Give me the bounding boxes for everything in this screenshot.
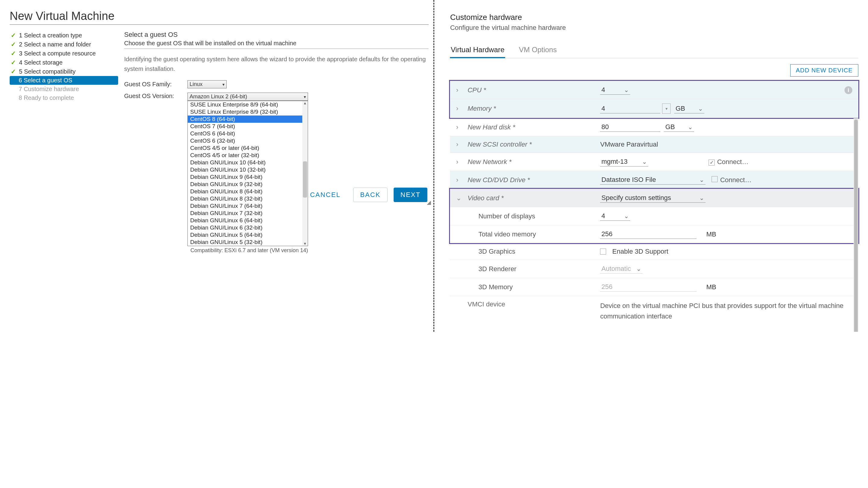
os-option[interactable]: Debian GNU/Linux 5 (64-bit) (188, 231, 308, 238)
os-option[interactable]: Debian GNU/Linux 6 (32-bit) (188, 224, 308, 231)
3d-memory-row: 3D Memory 256MB (450, 278, 858, 296)
disk-size-input[interactable]: 80 (600, 122, 660, 132)
scroll-up-icon[interactable]: ▲ (302, 101, 308, 105)
wizard-step-1[interactable]: ✓1 Select a creation type (10, 31, 118, 40)
hard-disk-row: › New Hard disk * 80 GB (450, 118, 858, 136)
hardware-tabs: Virtual Hardware VM Options (450, 42, 858, 58)
guest-os-family-select[interactable]: Linux (187, 80, 227, 88)
wizard-step-6[interactable]: 6 Select a guest OS (10, 76, 118, 85)
os-option[interactable]: CentOS 7 (64-bit) (188, 123, 308, 130)
chevron-right-icon[interactable]: › (456, 105, 461, 113)
wizard-step-4[interactable]: ✓4 Select storage (10, 58, 118, 67)
check-icon: ✓ (11, 50, 16, 57)
wizard-step-8[interactable]: 8 Ready to complete (10, 93, 118, 102)
3d-graphics-row: 3D Graphics Enable 3D Support (450, 243, 858, 260)
os-option[interactable]: Debian GNU/Linux 8 (32-bit) (188, 195, 308, 202)
os-option[interactable]: CentOS 4/5 or later (32-bit) (188, 152, 308, 159)
scroll-down-icon[interactable]: ▼ (302, 241, 308, 246)
content-subheading: Choose the guest OS that will be install… (124, 40, 429, 47)
check-icon: ✓ (11, 32, 16, 39)
content-description: Identifying the guest operating system h… (124, 54, 429, 74)
3d-graphics-checkbox[interactable] (600, 249, 606, 255)
scsi-value: VMware Paravirtual (600, 141, 658, 148)
page-title: New Virtual Machine (10, 10, 429, 23)
memory-unit-select[interactable]: GB (674, 104, 704, 113)
os-option[interactable]: Debian GNU/Linux 10 (64-bit) (188, 159, 308, 166)
hardware-list: › CPU * 4 i › Memory * 4 ▾ GB › New Hard… (450, 81, 858, 326)
3d-memory-input: 256 (600, 282, 696, 292)
wizard-step-label: 2 Select a name and folder (19, 41, 91, 48)
os-option[interactable]: SUSE Linux Enterprise 8/9 (64-bit) (188, 101, 308, 108)
add-new-device-button[interactable]: ADD NEW DEVICE (790, 64, 858, 77)
left-panel: New Virtual Machine ✓1 Select a creation… (0, 0, 433, 332)
resize-handle-icon[interactable]: ◢ (427, 199, 432, 204)
cpu-select[interactable]: 4 (600, 85, 630, 95)
chevron-right-icon[interactable]: › (456, 123, 461, 131)
next-button[interactable]: NEXT (394, 188, 428, 202)
memory-row: › Memory * 4 ▾ GB (450, 99, 858, 118)
tab-vm-options[interactable]: VM Options (518, 42, 557, 58)
os-option[interactable]: CentOS 6 (64-bit) (188, 130, 308, 137)
scroll-thumb[interactable] (854, 119, 858, 332)
dropdown-scrollbar[interactable]: ▲ ▼ (302, 101, 308, 246)
chevron-down-icon[interactable]: ⌄ (456, 194, 461, 202)
os-option[interactable]: Debian GNU/Linux 6 (64-bit) (188, 217, 308, 224)
tab-virtual-hardware[interactable]: Virtual Hardware (450, 42, 505, 58)
chevron-right-icon[interactable]: › (456, 176, 461, 184)
scsi-row: › New SCSI controller * VMware Paravirtu… (450, 136, 858, 153)
guest-os-family-label: Guest OS Family: (124, 81, 181, 88)
chevron-right-icon[interactable]: › (456, 141, 461, 148)
memory-stepper[interactable]: ▾ (662, 104, 671, 114)
cancel-button[interactable]: CANCEL (304, 188, 347, 202)
network-connect-checkbox[interactable] (709, 160, 715, 166)
info-icon[interactable]: i (844, 86, 852, 94)
os-option[interactable]: Debian GNU/Linux 7 (64-bit) (188, 202, 308, 210)
guest-os-version-dropdown[interactable]: SUSE Linux Enterprise 8/9 (64-bit)SUSE L… (187, 101, 308, 246)
disk-unit-select[interactable]: GB (664, 122, 694, 132)
memory-input[interactable]: 4 (600, 104, 660, 113)
os-option[interactable]: Debian GNU/Linux 8 (64-bit) (188, 188, 308, 195)
content-scrollbar[interactable] (854, 118, 858, 332)
wizard-step-label: 8 Ready to complete (19, 94, 74, 101)
video-card-select[interactable]: Specify custom settings (600, 193, 706, 203)
wizard-step-5[interactable]: ✓5 Select compatibility (10, 67, 118, 76)
wizard-step-7[interactable]: 7 Customize hardware (10, 85, 118, 93)
wizard-step-label: 7 Customize hardware (19, 86, 79, 93)
title-divider (10, 24, 429, 25)
wizard-footer: CANCEL BACK NEXT (304, 188, 428, 202)
network-select[interactable]: mgmt-13 (600, 157, 648, 167)
wizard-step-2[interactable]: ✓2 Select a name and folder (10, 40, 118, 49)
wizard-step-3[interactable]: ✓3 Select a compute resource (10, 49, 118, 58)
os-option[interactable]: CentOS 4/5 or later (64-bit) (188, 144, 308, 152)
cd-dvd-select[interactable]: Datastore ISO File (600, 175, 706, 184)
vmci-row: VMCI device Device on the virtual machin… (450, 296, 858, 326)
guest-os-version-label: Guest OS Version: (124, 93, 181, 99)
chevron-right-icon[interactable]: › (456, 86, 461, 94)
3d-renderer-select[interactable]: Automatic (600, 264, 643, 274)
displays-select[interactable]: 4 (600, 211, 630, 221)
os-option[interactable]: SUSE Linux Enterprise 8/9 (32-bit) (188, 108, 308, 116)
wizard-step-label: 6 Select a guest OS (19, 77, 72, 84)
video-memory-input[interactable]: 256 (600, 230, 696, 239)
os-option[interactable]: Debian GNU/Linux 10 (32-bit) (188, 166, 308, 173)
cd-connect-checkbox[interactable] (712, 176, 718, 182)
os-option[interactable]: CentOS 6 (32-bit) (188, 137, 308, 144)
os-option[interactable]: Debian GNU/Linux 7 (32-bit) (188, 210, 308, 217)
displays-row: Number of displays 4 (450, 207, 858, 225)
right-subtitle: Configure the virtual machine hardware (450, 24, 858, 32)
os-option[interactable]: CentOS 8 (64-bit) (188, 116, 308, 123)
cpu-row: › CPU * 4 i (450, 81, 858, 99)
os-option[interactable]: Debian GNU/Linux 9 (64-bit) (188, 173, 308, 181)
chevron-right-icon[interactable]: › (456, 158, 461, 166)
os-option[interactable]: Debian GNU/Linux 5 (32-bit) (188, 238, 308, 246)
back-button[interactable]: BACK (353, 188, 388, 202)
cd-dvd-row: › New CD/DVD Drive * Datastore ISO File … (450, 171, 858, 189)
guest-os-version-select[interactable]: Amazon Linux 2 (64-bit) (187, 93, 308, 101)
wizard-nav: ✓1 Select a creation type✓2 Select a nam… (10, 31, 118, 258)
check-icon: ✓ (11, 68, 16, 75)
right-panel: Customize hardware Configure the virtual… (434, 0, 868, 332)
os-option[interactable]: Debian GNU/Linux 9 (32-bit) (188, 181, 308, 188)
wizard-step-label: 3 Select a compute resource (19, 50, 96, 57)
network-row: › New Network * mgmt-13 Connect… (450, 153, 858, 171)
wizard-step-label: 1 Select a creation type (19, 32, 82, 39)
